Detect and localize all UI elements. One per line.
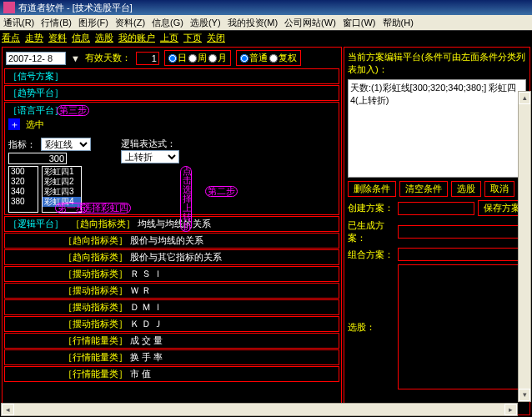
delete-condition-button[interactable]: 删除条件	[348, 181, 396, 197]
vertical-scrollbar[interactable]: ▴ ▾	[518, 91, 531, 402]
indicator-select[interactable]: 彩虹线	[41, 138, 91, 151]
logic-select[interactable]: 上转折	[121, 150, 179, 163]
toolbar-link[interactable]: 资料	[48, 32, 67, 44]
category-row[interactable]: ［行情能量类］ 市 值	[4, 366, 339, 382]
period-radio-group: 日 周 月	[164, 50, 231, 66]
date-input[interactable]	[6, 52, 66, 65]
name-listbox[interactable]: 彩虹四1 彩虹四2 彩虹四3 彩虹四4	[42, 166, 82, 213]
create-plan-input[interactable]	[398, 202, 474, 215]
category-row[interactable]: ［趋向指标类］ 股价与其它指标的关系	[4, 249, 339, 265]
category-list: ［逻辑平台］ ［趋向指标类］ 均线与均线的关系 ［趋向指标类］ 股价与均线的关系…	[3, 216, 341, 414]
app-icon	[3, 2, 15, 13]
section-signal[interactable]: ［信号方案］	[4, 68, 339, 84]
category-row[interactable]: ［摆动指标类］ Ｋ Ｄ Ｊ	[4, 316, 339, 332]
category-row[interactable]: ［行情能量类］ 换 手 率	[4, 349, 339, 365]
logic-label: 逻辑表达式：	[121, 138, 179, 150]
window-title: 有道者软件 - [技术选股平台]	[18, 2, 133, 14]
clear-condition-button[interactable]: 清空条件	[399, 181, 448, 197]
section-trend[interactable]: ［趋势平台］	[4, 85, 339, 101]
window-titlebar: 有道者软件 - [技术选股平台]	[0, 0, 532, 15]
scroll-left-icon[interactable]: ◂	[2, 404, 14, 415]
menu-item[interactable]: 我的投资(M)	[228, 17, 279, 29]
category-row[interactable]: ［趋向指标类］ 股价与均线的关系	[4, 233, 339, 249]
right-panel: 当前方案编辑平台(条件可由左面条件分类列表加入)： 天数:(1)彩虹线[300;…	[344, 47, 530, 415]
category-row[interactable]: ［摆动指标类］ Ｄ Ｍ Ｉ	[4, 299, 339, 315]
scroll-up-icon[interactable]: ▴	[519, 92, 530, 104]
indicator-label: 指标：	[8, 138, 36, 151]
category-row[interactable]: ［摆动指标类］ Ｗ Ｒ	[4, 283, 339, 299]
menu-item[interactable]: 信息(G)	[152, 17, 183, 29]
indicator-value-input[interactable]	[8, 153, 67, 164]
mode-radio-group: 普通 复权	[236, 50, 301, 66]
pick-label: 选股：	[348, 321, 394, 334]
create-plan-label: 创建方案：	[348, 202, 394, 214]
menu-item[interactable]: 资料(Z)	[115, 17, 145, 29]
section-logic[interactable]: ［逻辑平台］ ［趋向指标类］ 均线与均线的关系	[4, 216, 339, 232]
toolbar-link[interactable]: 看点	[2, 32, 20, 44]
menu-item[interactable]: 帮助(H)	[383, 17, 414, 29]
days-label: 有效天数：	[85, 52, 131, 64]
menu-item[interactable]: 行情(B)	[41, 17, 72, 29]
toolbar-link[interactable]: 关闭	[207, 32, 225, 44]
section-lang[interactable]: ［语言平台］	[8, 104, 335, 117]
menu-item[interactable]: 公司网站(W)	[284, 17, 336, 29]
toolbar-link[interactable]: 走势	[25, 32, 43, 44]
editor-header: 当前方案编辑平台(条件可由左面条件分类列表加入)：	[346, 49, 528, 78]
category-row[interactable]: ［摆动指标类］ Ｒ Ｓ Ｉ	[4, 266, 339, 282]
menu-item[interactable]: 通讯(R)	[3, 17, 34, 29]
top-controls: ▼ 有效天数： 日 周 月 普通 复权	[3, 48, 341, 68]
left-panel: ▼ 有效天数： 日 周 月 普通 复权 ［信号方案］ ［趋势平台］ ［语言平台］…	[2, 47, 342, 415]
toolbar-link[interactable]: 信息	[72, 32, 90, 44]
menu-item[interactable]: 窗口(W)	[343, 17, 376, 29]
toolbar-link[interactable]: 选股	[95, 32, 113, 44]
radio-normal[interactable]: 普通	[240, 52, 268, 64]
toolbar: 看点 走势 资料 信息 选股 我的账户 上页 下页 关闭	[0, 30, 532, 45]
select-stock-button[interactable]: 选股	[451, 181, 481, 197]
category-row[interactable]: ［行情能量类］ 成 交 量	[4, 333, 339, 349]
pick-result-field[interactable]	[398, 264, 526, 389]
condition-editor[interactable]: 天数:(1)彩虹线[300;320;340;380;] 彩虹四4(上转折)	[348, 79, 526, 178]
menu-item[interactable]: 选股(Y)	[190, 17, 221, 29]
menu-bar: 通讯(R) 行情(B) 图形(F) 资料(Z) 信息(G) 选股(Y) 我的投资…	[0, 15, 532, 30]
toolbar-link[interactable]: 我的账户	[118, 32, 155, 44]
toolbar-link[interactable]: 下页	[183, 32, 202, 44]
radio-adjusted[interactable]: 复权	[269, 52, 297, 64]
cancel-button[interactable]: 取消	[484, 181, 514, 197]
scroll-right-icon[interactable]: ▸	[504, 404, 517, 415]
menu-item[interactable]: 图形(F)	[78, 17, 108, 29]
generated-plan-label: 已生成方案：	[348, 219, 394, 244]
scroll-track-h[interactable]	[14, 404, 504, 415]
value-listbox[interactable]: 300 320 340 380	[8, 166, 38, 213]
horizontal-scrollbar[interactable]: ◂ ▸	[1, 403, 518, 416]
toolbar-link[interactable]: 上页	[160, 32, 178, 44]
scroll-down-icon[interactable]: ▾	[519, 389, 530, 401]
combo-plan-label: 组合方案：	[348, 249, 394, 261]
language-panel: ［语言平台］ ＋ 选中 第三步 指标： 彩虹线 300 320 340	[4, 102, 339, 215]
select-label: 选中	[26, 119, 44, 129]
radio-week[interactable]: 周	[188, 52, 207, 64]
combo-plan-field[interactable]	[398, 248, 526, 261]
radio-day[interactable]: 日	[168, 52, 187, 64]
expand-button[interactable]: ＋	[8, 118, 20, 130]
generated-plan-field[interactable]	[398, 225, 526, 239]
days-input[interactable]	[136, 52, 159, 65]
scroll-track[interactable]	[519, 104, 530, 389]
radio-month[interactable]: 月	[208, 52, 227, 64]
